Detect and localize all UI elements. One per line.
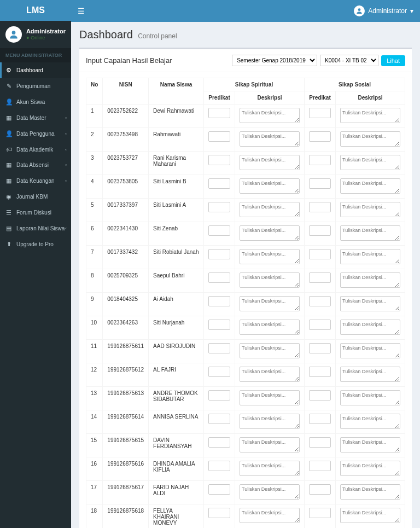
cell-predikat [204, 175, 235, 199]
deskripsi-sosial-textarea[interactable] [340, 320, 400, 335]
deskripsi-spiritual-textarea[interactable] [240, 343, 300, 358]
predikat-spiritual-input[interactable] [208, 367, 230, 377]
sidebar-item-forum-diskusi[interactable]: ☰Forum Diskusi [0, 205, 71, 221]
deskripsi-spiritual-textarea[interactable] [240, 320, 300, 335]
predikat-sosial-input[interactable] [309, 484, 331, 495]
deskripsi-spiritual-textarea[interactable] [240, 225, 300, 241]
predikat-sosial-input[interactable] [309, 508, 331, 518]
sidebar-item-data-absensi[interactable]: ▦Data Absensi‹ [0, 157, 71, 173]
predikat-spiritual-input[interactable] [208, 131, 230, 142]
deskripsi-spiritual-textarea[interactable] [240, 202, 300, 217]
deskripsi-sosial-textarea[interactable] [340, 484, 400, 500]
sidebar-item-pengumuman[interactable]: ✎Pengumuman [0, 78, 71, 94]
predikat-spiritual-input[interactable] [208, 320, 230, 330]
predikat-sosial-input[interactable] [309, 178, 331, 189]
deskripsi-sosial-textarea[interactable] [340, 508, 400, 523]
predikat-sosial-input[interactable] [309, 202, 331, 212]
deskripsi-sosial-textarea[interactable] [340, 437, 400, 452]
cell-deskripsi [336, 504, 405, 529]
chevron-left-icon: ‹ [65, 178, 67, 183]
predikat-sosial-input[interactable] [309, 108, 331, 118]
brand-logo[interactable]: LMS [0, 0, 71, 21]
deskripsi-sosial-textarea[interactable] [340, 296, 400, 311]
chevron-left-icon: ‹ [65, 115, 67, 120]
deskripsi-sosial-textarea[interactable] [340, 249, 400, 264]
deskripsi-spiritual-textarea[interactable] [240, 484, 300, 500]
predikat-sosial-input[interactable] [309, 320, 331, 330]
deskripsi-spiritual-textarea[interactable] [240, 390, 300, 405]
predikat-spiritual-input[interactable] [208, 249, 230, 259]
predikat-spiritual-input[interactable] [208, 508, 230, 518]
predikat-spiritual-input[interactable] [208, 343, 230, 353]
predikat-spiritual-input[interactable] [208, 178, 230, 189]
view-button[interactable]: Lihat [381, 55, 405, 66]
deskripsi-sosial-textarea[interactable] [340, 155, 400, 170]
predikat-sosial-input[interactable] [309, 296, 331, 306]
deskripsi-spiritual-textarea[interactable] [240, 508, 300, 523]
predikat-spiritual-input[interactable] [208, 437, 230, 448]
predikat-spiritual-input[interactable] [208, 225, 230, 236]
sidebar-item-data-keuangan[interactable]: ▦Data Keuangan‹ [0, 173, 71, 189]
sidebar-item-journal-kbm[interactable]: ◉Journal KBM [0, 189, 71, 205]
sidebar-item-dashboard[interactable]: ⚙Dashboard [0, 62, 71, 78]
deskripsi-sosial-textarea[interactable] [340, 178, 400, 194]
sidebar-item-data-master[interactable]: ▦Data Master‹ [0, 110, 71, 126]
deskripsi-spiritual-textarea[interactable] [240, 178, 300, 194]
cell-nisn: 0022341430 [103, 222, 149, 246]
predikat-spiritual-input[interactable] [208, 484, 230, 495]
deskripsi-spiritual-textarea[interactable] [240, 272, 300, 288]
predikat-sosial-input[interactable] [309, 461, 331, 471]
sidebar-item-laporan-nilai-siswa[interactable]: ▤Laporan Nilai Siswa‹ [0, 221, 71, 236]
class-select[interactable]: K0004 - XI TB 02 [320, 55, 378, 66]
cell-no: 4 [86, 175, 103, 199]
sidebar-item-upgrade-to-pro[interactable]: ⬆Upgrade to Pro [0, 236, 71, 252]
predikat-spiritual-input[interactable] [208, 155, 230, 165]
deskripsi-spiritual-textarea[interactable] [240, 414, 300, 429]
deskripsi-spiritual-textarea[interactable] [240, 367, 300, 382]
deskripsi-spiritual-textarea[interactable] [240, 108, 300, 123]
deskripsi-sosial-textarea[interactable] [340, 367, 400, 382]
predikat-sosial-input[interactable] [309, 272, 331, 283]
predikat-sosial-input[interactable] [309, 437, 331, 448]
nav-user-menu[interactable]: Administrator ▾ [354, 5, 413, 16]
deskripsi-sosial-textarea[interactable] [340, 414, 400, 429]
predikat-sosial-input[interactable] [309, 367, 331, 377]
cell-deskripsi [336, 269, 405, 293]
predikat-sosial-input[interactable] [309, 249, 331, 259]
deskripsi-sosial-textarea[interactable] [340, 272, 400, 288]
cell-no: 6 [86, 222, 103, 246]
semester-select[interactable]: Semester Genap 2018/2019 [232, 55, 317, 66]
predikat-sosial-input[interactable] [309, 343, 331, 353]
deskripsi-sosial-textarea[interactable] [340, 131, 400, 147]
predikat-spiritual-input[interactable] [208, 414, 230, 424]
predikat-spiritual-input[interactable] [208, 296, 230, 306]
predikat-sosial-input[interactable] [309, 155, 331, 165]
predikat-spiritual-input[interactable] [208, 461, 230, 471]
deskripsi-spiritual-textarea[interactable] [240, 155, 300, 170]
deskripsi-sosial-textarea[interactable] [340, 108, 400, 123]
deskripsi-spiritual-textarea[interactable] [240, 296, 300, 311]
predikat-spiritual-input[interactable] [208, 390, 230, 401]
deskripsi-sosial-textarea[interactable] [340, 202, 400, 217]
deskripsi-spiritual-textarea[interactable] [240, 461, 300, 476]
predikat-spiritual-input[interactable] [208, 108, 230, 118]
sidebar-item-data-akademik[interactable]: 🏷Data Akademik‹ [0, 142, 71, 157]
deskripsi-spiritual-textarea[interactable] [240, 249, 300, 264]
predikat-sosial-input[interactable] [309, 390, 331, 401]
deskripsi-sosial-textarea[interactable] [340, 343, 400, 358]
sidebar-item-data-pengguna[interactable]: 👤Data Pengguna‹ [0, 126, 71, 142]
deskripsi-sosial-textarea[interactable] [340, 225, 400, 241]
hamburger-icon[interactable]: ☰ [78, 7, 85, 15]
deskripsi-sosial-textarea[interactable] [340, 461, 400, 476]
predikat-sosial-input[interactable] [309, 225, 331, 236]
predikat-sosial-input[interactable] [309, 414, 331, 424]
deskripsi-sosial-textarea[interactable] [340, 390, 400, 405]
sidebar-item-akun-siswa[interactable]: 👤Akun Siswa [0, 94, 71, 110]
predikat-spiritual-input[interactable] [208, 202, 230, 212]
predikat-spiritual-input[interactable] [208, 272, 230, 283]
deskripsi-spiritual-textarea[interactable] [240, 131, 300, 147]
predikat-sosial-input[interactable] [309, 131, 331, 142]
cell-nama: ANNISA SERLINA [149, 410, 204, 434]
cell-deskripsi [336, 175, 405, 199]
deskripsi-spiritual-textarea[interactable] [240, 437, 300, 452]
